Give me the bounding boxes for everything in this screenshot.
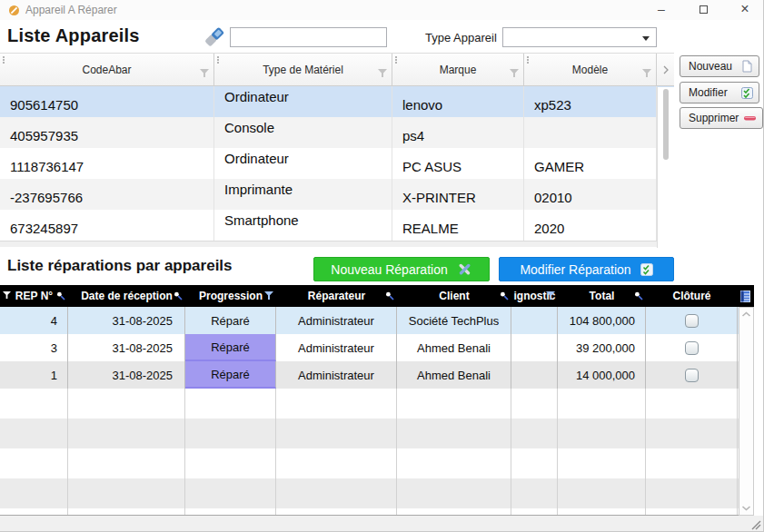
resize-grip-icon[interactable] <box>395 56 397 64</box>
reparations-title: Liste réparations par appareils <box>7 257 233 275</box>
column-total[interactable]: Total <box>558 285 646 307</box>
close-button[interactable]: × <box>729 0 760 20</box>
column-modele[interactable]: Modèle <box>524 54 657 85</box>
cloture-checkbox[interactable] <box>685 341 699 355</box>
page-title: Liste Appareils <box>7 25 140 46</box>
cell-progression: Réparé <box>185 307 276 334</box>
appareils-table-header: CodeAbar Type de Matériel Marque Modèle <box>0 53 674 86</box>
chevron-up-icon[interactable] <box>740 310 752 319</box>
column-progression[interactable]: Progression <box>185 285 276 307</box>
filter-funnel-icon[interactable] <box>378 69 387 77</box>
column-client[interactable]: Client <box>397 285 511 307</box>
column-date-reception[interactable]: Date de réception <box>68 285 185 307</box>
search-pen-icon[interactable] <box>634 291 643 300</box>
checklist-icon <box>741 87 753 99</box>
filter-funnel-icon[interactable] <box>3 291 11 299</box>
appareils-table: CodeAbar Type de Matériel Marque Modèle … <box>0 53 674 247</box>
filter-funnel-icon[interactable] <box>200 69 209 77</box>
modifier-reparation-label: Modifier Réparation <box>520 262 630 277</box>
cell-codeabar: -237695766 <box>0 179 214 210</box>
search-pen-icon[interactable] <box>500 291 509 300</box>
cloture-checkbox[interactable] <box>685 369 699 382</box>
cell-codeabar: 905614750 <box>0 86 214 117</box>
maximize-icon <box>700 5 708 14</box>
window-title: Appareil A Réparer <box>25 4 117 16</box>
cell-modele: 02010 <box>524 179 657 210</box>
scrollbar-thumb[interactable] <box>663 89 669 160</box>
cell-rep: 1 <box>0 361 68 389</box>
tools-icon <box>457 261 472 277</box>
table-row[interactable]: 4 31-08-2025 Réparé Administrateur Socié… <box>0 307 754 334</box>
search-pen-icon[interactable] <box>174 291 183 300</box>
filter-funnel-icon[interactable] <box>546 291 555 300</box>
cell-cloture <box>646 361 738 389</box>
table-row[interactable]: -237695766 Imprimante X-PRINTER 02010 <box>0 179 674 210</box>
cell-diagnostic <box>511 361 558 389</box>
app-icon <box>8 4 20 20</box>
column-diagnostic[interactable]: ignostic <box>511 285 558 307</box>
cell-diagnostic <box>511 334 558 361</box>
cell-cloture <box>646 334 738 361</box>
cell-modele: 2020 <box>524 210 657 241</box>
barcode-scanner-icon <box>201 25 226 54</box>
column-type-materiel[interactable]: Type de Matériel <box>214 54 392 85</box>
window-resize-grip[interactable] <box>750 519 761 530</box>
scroll-right-button[interactable] <box>657 54 674 85</box>
resize-grip-icon[interactable] <box>217 56 219 64</box>
cell-type: Imprimante <box>214 179 392 210</box>
empty-row <box>0 389 754 419</box>
resize-grip-icon[interactable] <box>527 56 529 64</box>
nouveau-reparation-button[interactable]: Nouveau Réparation <box>313 257 490 281</box>
maximize-button[interactable] <box>688 0 719 20</box>
cell-client: Ahmed Benali <box>397 334 511 361</box>
table-row[interactable]: 1 31-08-2025 Réparé Administrateur Ahmed… <box>0 361 754 389</box>
supprimer-button[interactable]: Supprimer <box>680 107 763 129</box>
cell-type: Ordinateur <box>214 148 392 179</box>
cell-total: 39 200,000 <box>558 334 646 361</box>
status-strip <box>0 516 764 532</box>
table-row[interactable]: 3 31-08-2025 Réparé Administrateur Ahmed… <box>0 334 754 361</box>
table-row[interactable]: 905614750 Ordinateur lenovo xp523 <box>0 86 674 117</box>
filter-funnel-icon[interactable] <box>510 69 519 77</box>
nouveau-reparation-label: Nouveau Réparation <box>331 262 447 277</box>
search-pen-icon[interactable] <box>56 291 65 300</box>
cell-codeabar: 673245897 <box>0 210 214 241</box>
codebar-search-input[interactable] <box>230 27 387 47</box>
titlebar: Appareil A Réparer – × <box>0 0 764 20</box>
new-page-icon <box>741 60 753 73</box>
cell-type: Console <box>214 117 392 148</box>
chevron-down-icon[interactable] <box>740 504 752 512</box>
table-row[interactable]: 1118736147 Ordinateur PC ASUS GAMER <box>0 148 674 179</box>
vertical-scrollbar[interactable] <box>657 87 674 248</box>
vertical-scrollbar[interactable] <box>739 307 754 516</box>
cell-marque: X-PRINTER <box>392 179 524 210</box>
search-pen-icon[interactable] <box>385 291 394 300</box>
table-row[interactable]: 673245897 Smartphone REALME 2020 <box>0 210 674 241</box>
modifier-reparation-button[interactable]: Modifier Réparation <box>499 257 674 281</box>
modifier-button[interactable]: Modifier <box>680 82 759 103</box>
column-rep-n[interactable]: REP N° <box>0 285 68 307</box>
cell-type: Smartphone <box>214 210 392 241</box>
resize-grip-icon[interactable] <box>3 56 5 64</box>
cell-marque: REALME <box>392 210 524 241</box>
supprimer-button-label: Supprimer <box>689 112 739 124</box>
type-appareil-select[interactable] <box>502 27 657 47</box>
cell-reparateur: Administrateur <box>276 334 397 361</box>
column-marque[interactable]: Marque <box>392 54 524 85</box>
column-reparateur[interactable]: Réparateur <box>276 285 397 307</box>
nouveau-button[interactable]: Nouveau <box>680 55 759 77</box>
column-codeabar[interactable]: CodeAbar <box>0 54 214 85</box>
cloture-checkbox[interactable] <box>685 314 699 328</box>
filter-funnel-icon[interactable] <box>264 291 273 300</box>
column-cloture[interactable]: Clôturé <box>646 285 738 307</box>
minimize-button[interactable]: – <box>646 0 677 20</box>
cell-date: 31-08-2025 <box>68 361 185 389</box>
grid-options-button[interactable] <box>738 285 753 307</box>
filter-funnel-icon[interactable] <box>642 69 651 77</box>
cell-marque: lenovo <box>392 86 524 117</box>
reparations-table-header: REP N° Date de réception Progression Rép… <box>0 285 754 307</box>
cell-reparateur: Administrateur <box>276 361 397 389</box>
reparations-table: REP N° Date de réception Progression Rép… <box>0 285 754 516</box>
table-row[interactable]: 405957935 Console ps4 <box>0 117 674 148</box>
nouveau-button-label: Nouveau <box>689 60 732 73</box>
